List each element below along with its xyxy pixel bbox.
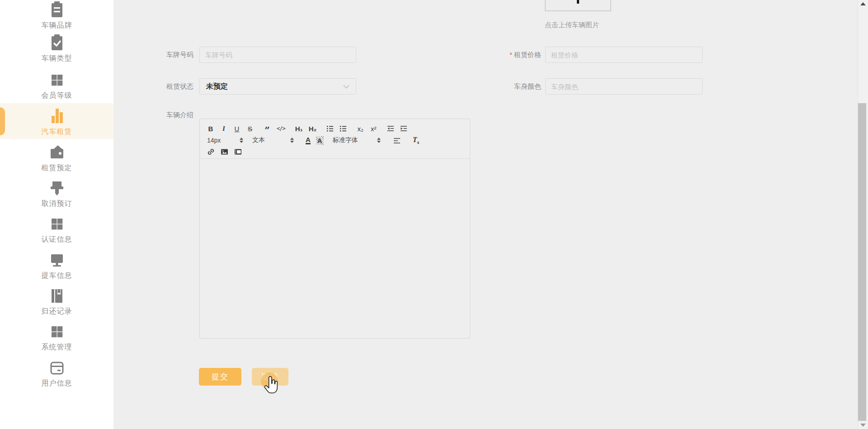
rich-text-editor: B I U S ” </> H₁ H₂ x₂ x² — [199, 119, 470, 338]
sidebar-item-auth-info[interactable]: 认证信息 — [0, 215, 113, 244]
chevron-down-icon — [343, 85, 349, 89]
sidebar-item-label: 归还记录 — [0, 307, 113, 316]
grid-icon — [48, 215, 66, 233]
sidebar-item-car-rental[interactable]: 汽车租赁 — [0, 107, 113, 136]
toolbar-row-1: B I U S ” </> H₁ H₂ x₂ x² — [207, 123, 462, 134]
paragraph-picker[interactable]: 文本 — [252, 136, 294, 144]
text-color-icon[interactable]: A — [306, 136, 311, 144]
grid-icon — [48, 71, 66, 89]
sidebar-item-pickup-info[interactable]: 提车信息 — [0, 251, 113, 280]
scrollbar-thumb[interactable] — [858, 103, 866, 421]
bullet-list-icon[interactable] — [340, 124, 347, 133]
sidebar-item-cancel-booking[interactable]: 取消预订 — [0, 179, 113, 208]
link-icon[interactable] — [207, 147, 215, 156]
font-family-value: 标准字体 — [333, 136, 358, 144]
clear-format-icon[interactable]: Tx — [413, 136, 420, 145]
editor-content[interactable] — [200, 159, 470, 338]
book-icon — [48, 287, 66, 305]
font-size-picker[interactable]: 14px — [207, 137, 243, 144]
cursor-pointer-icon — [264, 376, 278, 394]
align-icon[interactable] — [393, 136, 401, 145]
plate-label: 车牌号码 — [135, 47, 193, 63]
highlight-color-icon[interactable]: A — [316, 136, 324, 145]
toolbar-row-2: 14px 文本 A A 标准字体 — [207, 134, 462, 146]
sidebar: 车辆品牌 车辆类型 会员等级 汽车租赁 租赁预定 — [0, 0, 113, 429]
plus-icon — [577, 0, 579, 4]
sidebar-item-label: 提车信息 — [0, 271, 113, 281]
sidebar-item-label: 认证信息 — [0, 235, 113, 244]
sidebar-item-system-mgmt[interactable]: 系统管理 — [0, 323, 113, 352]
stepper-arrows-icon — [240, 138, 243, 143]
sidebar-item-vehicle-brand[interactable]: 车辆品牌 — [0, 1, 113, 30]
sidebar-item-label: 用户信息 — [0, 379, 113, 388]
app-root: 车辆品牌 车辆类型 会员等级 汽车租赁 租赁预定 — [0, 0, 868, 429]
upload-hint: 点击上传车辆图片 — [545, 21, 599, 29]
submit-button[interactable]: 提交 — [199, 368, 241, 386]
font-size-value: 14px — [207, 137, 221, 144]
body-color-label: 车身颜色 — [479, 78, 541, 95]
code-block-icon[interactable]: </> — [277, 124, 285, 133]
italic-icon[interactable]: I — [220, 124, 227, 133]
scrollbar[interactable] — [858, 0, 868, 429]
card-icon — [48, 359, 66, 377]
video-icon[interactable] — [234, 147, 242, 156]
required-star: * — [509, 51, 512, 58]
funnel-icon — [48, 179, 66, 197]
sidebar-item-label: 系统管理 — [0, 343, 113, 352]
image-icon[interactable] — [221, 147, 228, 156]
clipboard-check-icon — [48, 34, 66, 52]
sidebar-item-rental-booking[interactable]: 租赁预定 — [0, 143, 113, 172]
sidebar-item-user-info[interactable]: 用户信息 — [0, 359, 113, 388]
editor-toolbar: B I U S ” </> H₁ H₂ x₂ x² — [200, 119, 470, 159]
status-select[interactable]: 未预定 — [199, 78, 356, 95]
intro-label: 车辆介绍 — [135, 110, 193, 119]
sidebar-item-label: 会员等级 — [0, 91, 113, 100]
sidebar-item-label: 租赁预定 — [0, 163, 113, 173]
sidebar-item-return-records[interactable]: 归还记录 — [0, 287, 113, 316]
scroll-down-arrow-icon[interactable] — [860, 424, 866, 427]
heading2-icon[interactable]: H₂ — [309, 124, 317, 133]
sidebar-item-label: 车辆类型 — [0, 54, 113, 63]
outdent-icon[interactable] — [387, 124, 394, 133]
sidebar-item-vehicle-type[interactable]: 车辆类型 — [0, 34, 113, 63]
subscript-icon[interactable]: x₂ — [357, 124, 364, 133]
indent-icon[interactable] — [400, 124, 407, 133]
bold-icon[interactable]: B — [207, 124, 214, 133]
price-label: *租赁价格 — [479, 47, 541, 63]
stepper-arrows-icon — [377, 138, 381, 143]
upload-box[interactable] — [545, 0, 611, 11]
paragraph-value: 文本 — [252, 136, 265, 144]
stepper-arrows-icon — [290, 138, 294, 143]
status-select-value: 未预定 — [206, 82, 343, 91]
plate-input[interactable] — [199, 47, 356, 63]
sidebar-item-label: 汽车租赁 — [0, 127, 113, 137]
strikethrough-icon[interactable]: S — [246, 124, 254, 133]
price-input[interactable] — [545, 47, 703, 63]
grid-icon — [48, 323, 66, 341]
sidebar-item-label: 取消预订 — [0, 199, 113, 209]
bar-chart-icon — [48, 107, 66, 125]
superscript-icon[interactable]: x² — [370, 124, 377, 133]
clipboard-lines-icon — [48, 1, 66, 19]
status-label: 租赁状态 — [135, 78, 193, 95]
sidebar-item-label: 车辆品牌 — [0, 21, 113, 30]
body-color-input[interactable] — [545, 78, 703, 95]
scroll-up-arrow-icon[interactable] — [860, 2, 866, 5]
wallet-icon — [48, 143, 66, 162]
blockquote-icon[interactable]: ” — [264, 122, 271, 135]
sidebar-item-member-level[interactable]: 会员等级 — [0, 71, 113, 100]
ordered-list-icon[interactable] — [326, 124, 334, 133]
font-family-picker[interactable]: 标准字体 — [333, 136, 381, 144]
toolbar-row-3 — [207, 146, 462, 157]
heading1-icon[interactable]: H₁ — [295, 124, 303, 133]
underline-icon[interactable]: U — [233, 124, 241, 133]
monitor-icon — [48, 251, 66, 269]
